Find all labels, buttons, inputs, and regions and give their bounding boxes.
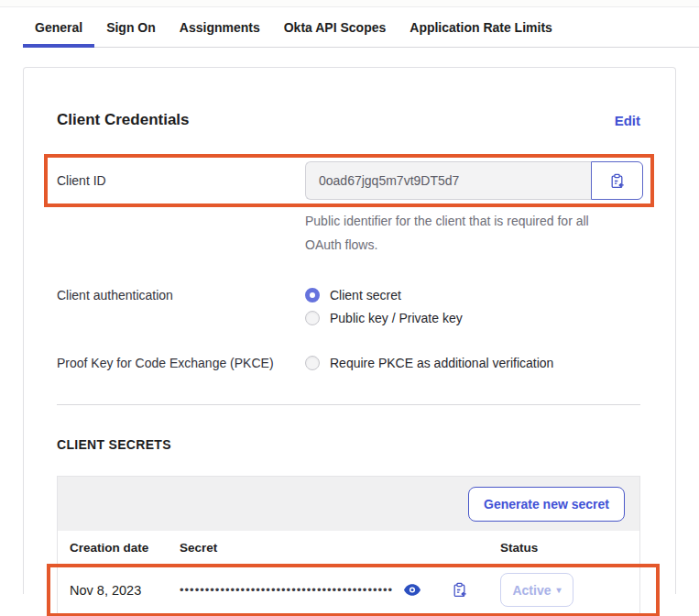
reveal-secret-button[interactable] bbox=[404, 584, 420, 596]
secret-status-dropdown[interactable]: Active ▾ bbox=[500, 573, 573, 607]
edit-link[interactable]: Edit bbox=[615, 113, 640, 128]
status-cell: Active ▾ bbox=[500, 573, 639, 607]
chevron-down-icon: ▾ bbox=[557, 586, 562, 595]
secrets-table-header: Creation date Secret Status bbox=[58, 531, 639, 566]
client-id-input[interactable] bbox=[305, 161, 591, 200]
client-id-input-group bbox=[305, 161, 643, 200]
section-title: Client Credentials bbox=[57, 111, 190, 129]
client-id-help-text: Public identifier for the client that is… bbox=[305, 209, 621, 257]
clipboard-copy-icon bbox=[609, 173, 625, 189]
tab-application-rate-limits[interactable]: Application Rate Limits bbox=[398, 7, 564, 47]
clipboard-copy-icon bbox=[452, 582, 467, 598]
radio-client-secret[interactable]: Client secret bbox=[305, 288, 640, 302]
pkce-checkbox-option[interactable]: Require PKCE as additional verification bbox=[305, 356, 640, 370]
checkbox-unchecked-icon[interactable] bbox=[305, 356, 320, 370]
tab-assignments-label: Assignments bbox=[180, 20, 260, 35]
radio-public-private-key-label: Public key / Private key bbox=[330, 311, 463, 325]
generate-new-secret-button[interactable]: Generate new secret bbox=[468, 487, 625, 522]
status-badge: Active bbox=[512, 583, 551, 598]
copy-client-id-button[interactable] bbox=[591, 161, 643, 200]
secret-creation-date: Nov 8, 2023 bbox=[70, 583, 180, 598]
eye-icon bbox=[404, 584, 420, 596]
section-divider bbox=[57, 404, 640, 405]
top-divider bbox=[0, 0, 699, 7]
radio-unselected-icon[interactable] bbox=[305, 311, 320, 325]
app-tabbar: General Sign On Assignments Okta API Sco… bbox=[23, 7, 699, 48]
header-secret: Secret bbox=[180, 541, 500, 555]
tab-okta-api-scopes-label: Okta API Scopes bbox=[284, 20, 387, 35]
client-authentication-row: Client authentication Client secret Publ… bbox=[57, 288, 640, 325]
header-status: Status bbox=[500, 541, 639, 555]
tab-sign-on[interactable]: Sign On bbox=[94, 7, 168, 47]
radio-client-secret-label: Client secret bbox=[330, 288, 401, 302]
client-authentication-label: Client authentication bbox=[57, 288, 305, 302]
tab-sign-on-label: Sign On bbox=[106, 20, 156, 35]
client-authentication-options: Client secret Public key / Private key bbox=[305, 288, 640, 325]
client-id-row: Client ID bbox=[57, 161, 640, 200]
tab-application-rate-limits-label: Application Rate Limits bbox=[410, 20, 552, 35]
masked-secret-value: ••••••••••••••••••••••••••••••••••••••••… bbox=[180, 583, 393, 597]
secret-cell: ••••••••••••••••••••••••••••••••••••••••… bbox=[180, 582, 500, 598]
secret-table-row: Nov 8, 2023 ••••••••••••••••••••••••••••… bbox=[58, 566, 639, 614]
client-credentials-header: Client Credentials Edit bbox=[57, 111, 640, 129]
tab-assignments[interactable]: Assignments bbox=[168, 7, 272, 47]
secrets-table: Creation date Secret Status Nov 8, 2023 … bbox=[57, 531, 640, 614]
header-creation-date: Creation date bbox=[70, 541, 180, 555]
pkce-label: Proof Key for Code Exchange (PKCE) bbox=[57, 356, 305, 370]
pkce-option-label: Require PKCE as additional verification bbox=[330, 356, 553, 370]
radio-selected-icon[interactable] bbox=[305, 288, 320, 302]
radio-public-private-key[interactable]: Public key / Private key bbox=[305, 311, 640, 325]
tab-general[interactable]: General bbox=[23, 7, 94, 47]
tab-general-label: General bbox=[35, 20, 82, 35]
client-id-label: Client ID bbox=[57, 173, 305, 188]
tab-okta-api-scopes[interactable]: Okta API Scopes bbox=[272, 7, 399, 47]
general-settings-card: Client Credentials Edit Client ID Public… bbox=[23, 67, 676, 594]
client-secrets-heading: CLIENT SECRETS bbox=[57, 437, 640, 452]
secrets-toolbar: Generate new secret bbox=[57, 476, 640, 531]
copy-secret-button[interactable] bbox=[452, 582, 467, 598]
pkce-row: Proof Key for Code Exchange (PKCE) Requi… bbox=[57, 356, 640, 370]
